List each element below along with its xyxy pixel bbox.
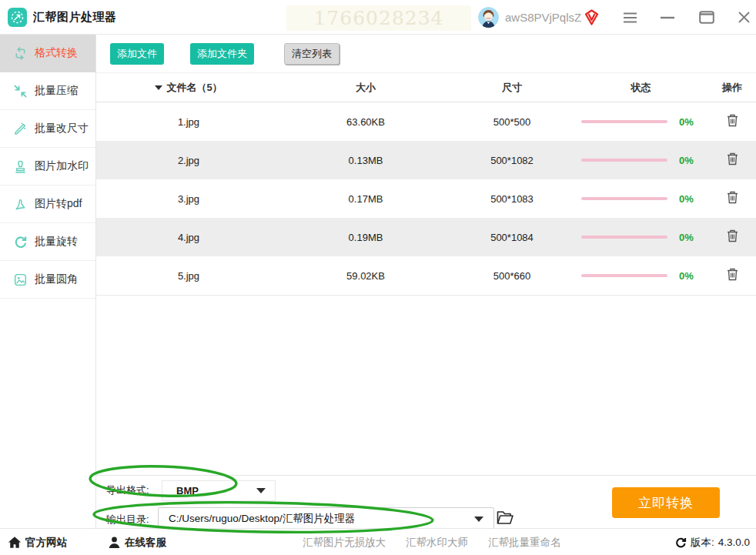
file-size-cell: 0.19MB: [281, 232, 450, 243]
format-convert-icon: [13, 46, 28, 61]
menu-icon[interactable]: [621, 0, 639, 35]
chevron-down-icon: [474, 517, 483, 522]
version-value: 4.3.0.0: [718, 537, 750, 548]
status-cell: 0%: [574, 116, 708, 128]
column-header-action: 操作: [708, 81, 756, 95]
file-name-cell: 3.jpg: [96, 193, 281, 205]
export-format-label: 导出格式:: [106, 483, 149, 497]
progress-bar: [581, 197, 667, 200]
delete-file-button[interactable]: [727, 191, 738, 204]
export-format-value: BMP: [176, 485, 199, 496]
file-size-cell: 63.60KB: [281, 116, 450, 128]
status-cell: 0%: [574, 193, 708, 205]
file-dimensions-cell: 500*1084: [450, 232, 574, 243]
sidebar-item-format-convert[interactable]: 格式转换: [0, 35, 95, 72]
link-batch-rename[interactable]: 汇帮批量重命名: [488, 536, 561, 550]
file-size-cell: 59.02KB: [281, 270, 450, 282]
add-folder-button[interactable]: 添加文件夹: [190, 43, 254, 65]
watermark-text: 1766028234: [313, 7, 443, 29]
table-row: 2.jpg 0.13MB 500*1082 0%: [96, 141, 756, 179]
table-row: 4.jpg 0.19MB 500*1084 0%: [96, 218, 756, 256]
export-format-select[interactable]: BMP: [162, 480, 276, 501]
output-dir-combobox[interactable]: C:/Users/ruguo/Desktop/汇帮图片处理器: [158, 507, 494, 530]
batch-resize-icon: [13, 122, 28, 136]
link-lossless-enlarge[interactable]: 汇帮图片无损放大: [303, 536, 386, 550]
app-window: 汇帮图片处理器 1766028234 awS8PVjPqlsZ: [0, 0, 756, 555]
output-settings-panel: 导出格式: BMP 输出目录: C:/Users/ruguo/Desktop/汇…: [96, 475, 756, 528]
sidebar-item-label: 批量压缩: [35, 84, 78, 98]
sort-descending-icon: [155, 85, 162, 90]
sidebar-item-image-to-pdf[interactable]: 图片转pdf: [0, 186, 95, 223]
toolbar: 添加文件 添加文件夹 清空列表: [96, 35, 756, 73]
close-button[interactable]: [734, 0, 753, 35]
column-header-size: 大小: [281, 81, 450, 95]
check-update-icon: [674, 537, 687, 549]
sidebar-item-rounded-corner[interactable]: 批量圆角: [0, 261, 95, 299]
browse-folder-button[interactable]: [497, 510, 513, 525]
file-dimensions-cell: 500*1082: [450, 155, 574, 166]
app-logo-icon: [8, 8, 27, 27]
file-dimensions-cell: 500*1083: [450, 193, 574, 205]
file-size-cell: 0.17MB: [281, 193, 450, 205]
progress-percent: 0%: [679, 116, 694, 128]
status-cell: 0%: [574, 155, 708, 166]
maximize-button[interactable]: [697, 0, 716, 35]
file-size-cell: 0.13MB: [281, 155, 450, 166]
person-icon: [108, 536, 121, 549]
watermark-overlay: 1766028234: [286, 5, 471, 31]
status-cell: 0%: [574, 232, 708, 243]
chevron-down-icon: [256, 488, 266, 493]
footer: 官方网站 在线客服 汇帮图片无损放大 汇帮水印大师 汇帮批量重命名 版本: 4.…: [0, 528, 756, 555]
empty-list-area: [96, 296, 756, 475]
add-watermark-icon: [13, 159, 28, 174]
online-support-link[interactable]: 在线客服: [108, 529, 166, 555]
link-watermark-master[interactable]: 汇帮水印大师: [406, 536, 468, 550]
file-list: 1.jpg 63.60KB 500*500 0% 2.jpg 0.13MB 50…: [96, 102, 756, 296]
sidebar-item-batch-compress[interactable]: 批量压缩: [0, 72, 95, 110]
official-website-link[interactable]: 官方网站: [8, 529, 67, 555]
progress-bar: [581, 236, 667, 239]
delete-file-button[interactable]: [727, 152, 738, 165]
column-header-filename[interactable]: 文件名（5）: [96, 81, 281, 95]
file-name-cell: 4.jpg: [96, 232, 281, 243]
batch-rotate-icon: [13, 235, 28, 249]
table-row: 1.jpg 63.60KB 500*500 0%: [96, 102, 756, 141]
sidebar-item-add-watermark[interactable]: 图片加水印: [0, 148, 95, 186]
output-dir-label: 输出目录:: [106, 513, 149, 527]
delete-file-button[interactable]: [727, 114, 738, 127]
progress-bar: [581, 120, 667, 123]
sidebar-item-label: 图片转pdf: [35, 197, 82, 211]
file-name-cell: 1.jpg: [96, 116, 281, 128]
main-content: 添加文件 添加文件夹 清空列表 文件名（5） 大小 尺寸 状态 操作 1.jpg…: [96, 35, 756, 528]
sidebar-item-label: 批量改尺寸: [35, 122, 89, 135]
rounded-corner-icon: [13, 272, 28, 287]
minimize-button[interactable]: [658, 0, 677, 35]
home-icon: [8, 536, 22, 549]
sidebar-item-label: 批量圆角: [35, 272, 78, 286]
delete-file-button[interactable]: [727, 229, 738, 242]
column-header-status: 状态: [574, 81, 708, 95]
version-info[interactable]: 版本: 4.3.0.0: [674, 529, 750, 555]
file-dimensions-cell: 500*500: [450, 116, 574, 128]
progress-percent: 0%: [679, 155, 694, 166]
convert-now-button[interactable]: 立即转换: [612, 487, 720, 518]
status-cell: 0%: [574, 270, 708, 282]
sidebar-item-label: 批量旋转: [35, 235, 78, 249]
sidebar-item-label: 图片加水印: [35, 159, 89, 173]
vip-badge-icon[interactable]: [583, 8, 600, 26]
titlebar: 汇帮图片处理器 1766028234 awS8PVjPqlsZ: [0, 0, 756, 35]
sidebar: 格式转换 批量压缩 批量改尺寸 图片加水印: [0, 35, 96, 528]
user-avatar[interactable]: [478, 7, 499, 28]
app-title: 汇帮图片处理器: [33, 10, 117, 25]
table-row: 3.jpg 0.17MB 500*1083 0%: [96, 179, 756, 218]
username-label: awS8PVjPqlsZ: [505, 0, 581, 35]
progress-bar: [581, 159, 667, 162]
add-file-button[interactable]: 添加文件: [110, 43, 164, 65]
sidebar-item-batch-resize[interactable]: 批量改尺寸: [0, 110, 95, 148]
partner-links: 汇帮图片无损放大 汇帮水印大师 汇帮批量重命名: [303, 529, 561, 555]
progress-bar: [581, 274, 667, 277]
table-header: 文件名（5） 大小 尺寸 状态 操作: [96, 73, 756, 102]
sidebar-item-batch-rotate[interactable]: 批量旋转: [0, 223, 95, 261]
delete-file-button[interactable]: [727, 268, 738, 281]
clear-list-button[interactable]: 清空列表: [284, 43, 340, 65]
